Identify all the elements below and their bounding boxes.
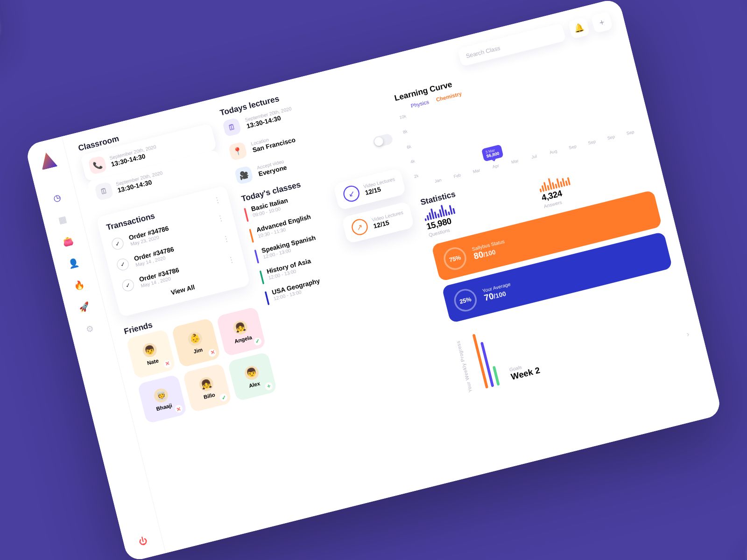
chart-bar[interactable]: 3 Mar$6,800Apr xyxy=(486,161,504,171)
friend-card[interactable]: 👦 Alex ＋ xyxy=(227,351,277,401)
todays-classes-section: Today's classes Basic Italian 09:00 - 10… xyxy=(240,155,424,305)
chart-bar[interactable]: Sep xyxy=(602,132,620,142)
chart-tooltip: 3 Mar$6,800 xyxy=(481,144,503,161)
goal-bar xyxy=(493,366,500,386)
check-icon: ✓ xyxy=(116,257,130,272)
chart-bar[interactable]: Sep xyxy=(621,127,639,137)
chart-bar[interactable]: Jul xyxy=(525,151,543,161)
friend-card[interactable]: 👧 Angela ✓ xyxy=(216,307,266,357)
check-icon: ✓ xyxy=(121,278,135,293)
lecture-icon: 🗓 xyxy=(222,118,242,137)
chevron-right-icon[interactable]: › xyxy=(685,329,690,338)
friend-status-icon: ＋ xyxy=(264,382,274,391)
class-color-bar xyxy=(254,250,260,264)
check-icon: ✓ xyxy=(111,237,125,251)
power-button[interactable]: ⏻ xyxy=(138,536,148,547)
chart-bar[interactable]: Mar xyxy=(506,155,524,166)
more-icon[interactable]: ⋮ xyxy=(213,195,222,205)
lecture-icon: 📍 xyxy=(228,141,248,161)
friend-avatar: 👦 xyxy=(243,364,260,381)
more-icon[interactable]: ⋮ xyxy=(216,213,226,223)
chart-bar[interactable]: Jan xyxy=(429,175,447,185)
gear-icon[interactable]: ⚙ xyxy=(84,322,97,335)
more-icon[interactable]: ⋮ xyxy=(221,234,231,244)
friend-card[interactable]: 👶 Jim ✕ xyxy=(171,318,221,368)
user-icon[interactable]: 👤 xyxy=(67,257,80,270)
percent-ring-icon: 25% xyxy=(452,287,479,314)
add-button[interactable]: ＋ xyxy=(591,11,613,33)
notification-button[interactable]: 🔔 xyxy=(568,17,590,39)
class-color-bar xyxy=(244,208,249,222)
rocket-icon[interactable]: 🚀 xyxy=(78,300,91,313)
class-icon: 🗓 xyxy=(94,182,114,201)
friend-status-icon: ✕ xyxy=(163,359,172,369)
friend-card[interactable]: 👳 Bhaaji ✕ xyxy=(137,374,187,424)
gauge-icon[interactable]: ◷ xyxy=(50,191,63,204)
class-color-bar xyxy=(249,229,254,243)
wallet-icon[interactable]: 👛 xyxy=(62,235,75,248)
class-color-bar xyxy=(265,291,270,305)
class-color-bar xyxy=(260,270,265,284)
video-toggle[interactable] xyxy=(372,133,394,148)
progress-ring-icon: ↙ xyxy=(342,184,361,203)
friend-avatar: 👳 xyxy=(153,387,169,404)
weekly-progress-label: Your Weekly Progress xyxy=(455,340,473,393)
class-icon: 📞 xyxy=(88,155,107,175)
chart-bar[interactable]: Mar xyxy=(467,165,485,175)
grid-icon[interactable]: ▦ xyxy=(56,213,69,226)
friend-status-icon: ✕ xyxy=(208,348,217,357)
lecture-icon: 🎥 xyxy=(234,165,254,185)
logo-icon xyxy=(38,151,58,170)
friends-section: Friends 👦 Nate ✕👶 Jim ✕👧 Angela ✓👳 Bhaaj… xyxy=(123,294,277,424)
percent-ring-icon: 75% xyxy=(441,245,469,273)
app-window: ◷▦👛👤🔥🚀⚙ ⏻ Classroom 📞 September 20th, 20… xyxy=(25,0,723,560)
friend-avatar: 👶 xyxy=(187,330,204,347)
video-progress-chip[interactable]: ↗ Video Lectures12/15 xyxy=(341,201,415,244)
chart-bar[interactable]: Sep xyxy=(564,141,581,152)
legend-physics[interactable]: Physics xyxy=(410,99,430,109)
flame-icon[interactable]: 🔥 xyxy=(72,278,85,291)
friend-card[interactable]: 👦 Nate ✕ xyxy=(126,329,176,379)
friend-avatar: 👧 xyxy=(198,376,215,392)
chart-bar[interactable]: Aug xyxy=(544,146,562,156)
progress-ring-icon: ↗ xyxy=(350,217,370,237)
chart-bar[interactable]: Feb xyxy=(448,170,466,180)
friend-avatar: 👦 xyxy=(141,342,158,358)
friend-status-icon: ✓ xyxy=(219,393,229,402)
friend-card[interactable]: 👧 Billo ✓ xyxy=(183,363,233,413)
chart-bar[interactable]: Sep xyxy=(583,136,600,147)
more-icon[interactable]: ⋮ xyxy=(226,254,236,265)
transactions-card: Transactions ⋮ ✓ Order #34786 May 23, 20… xyxy=(96,185,251,318)
friend-avatar: 👧 xyxy=(232,319,248,336)
friend-status-icon: ✕ xyxy=(174,405,183,414)
friend-status-icon: ✓ xyxy=(253,337,262,346)
